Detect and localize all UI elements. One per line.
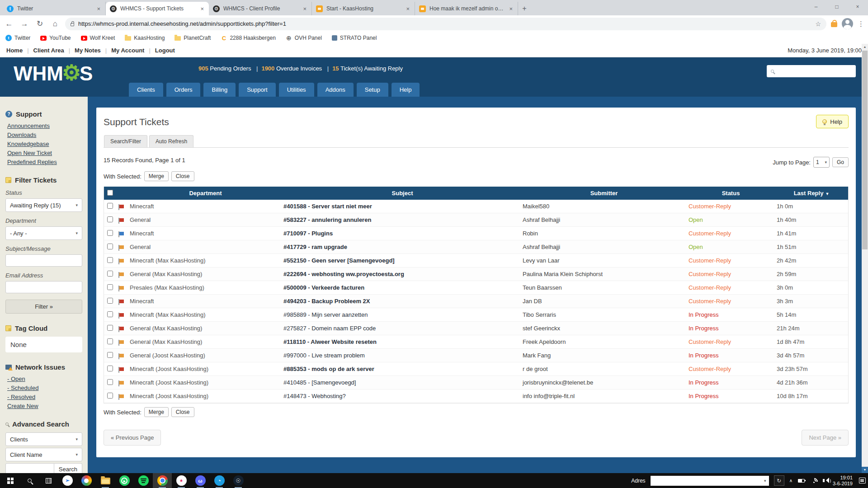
taskbar-app-button[interactable] xyxy=(210,473,229,488)
browser-tab[interactable]: Hoe maak ik mezelf admin op m × xyxy=(415,2,518,15)
main-menu-button[interactable]: Clients xyxy=(129,83,163,97)
department-select[interactable]: - Any -▾ xyxy=(5,226,82,240)
tray-expand-icon[interactable]: ∧ xyxy=(789,478,793,483)
header-search-input[interactable] xyxy=(777,68,852,75)
row-checkbox[interactable] xyxy=(107,325,113,331)
ticket-subject-link[interactable]: #710097 - Plugins xyxy=(283,230,333,237)
bookmark-item[interactable]: YouTube xyxy=(40,35,71,41)
minimize-button[interactable]: – xyxy=(806,0,826,14)
ticket-subject-link[interactable]: #583227 - annulering annuleren xyxy=(283,216,371,223)
taskbar-app-button[interactable] xyxy=(20,473,39,488)
bookmark-item[interactable]: Twitter xyxy=(5,35,30,41)
advanced-search-input[interactable] xyxy=(5,463,54,473)
scrollbar-thumb[interactable] xyxy=(862,51,868,249)
bookmark-star-icon[interactable]: ☆ xyxy=(815,20,821,28)
row-checkbox[interactable] xyxy=(107,298,113,304)
go-button[interactable]: Go xyxy=(832,157,849,167)
ticket-subject-link[interactable]: #118110 - Alweer Website reseten xyxy=(283,338,377,345)
taskbar-app-button[interactable] xyxy=(172,473,191,488)
admin-nav-link[interactable]: Logout xyxy=(144,47,175,54)
header-search-box[interactable] xyxy=(767,65,856,77)
ticket-subject-link[interactable]: #985889 - Mijn server aanzetten xyxy=(283,311,368,318)
row-checkbox[interactable] xyxy=(107,366,113,371)
row-checkbox[interactable] xyxy=(107,393,113,399)
close-ticket-button[interactable]: Close xyxy=(171,171,194,181)
sidebar-link[interactable]: Announcements xyxy=(7,122,82,129)
scroll-down-arrow[interactable]: ▼ xyxy=(862,467,868,473)
header-stat[interactable]: 15 Ticket(s) Awaiting Reply xyxy=(324,65,403,72)
profile-avatar[interactable] xyxy=(842,18,853,29)
volume-icon[interactable] xyxy=(823,479,825,482)
sidebar-link[interactable]: - Resolved xyxy=(7,394,82,400)
jump-to-page-select[interactable]: 1▾ xyxy=(813,157,830,168)
adres-refresh-icon[interactable]: ↻ xyxy=(774,475,784,486)
taskbar-app-button[interactable] xyxy=(191,473,210,488)
ticket-subject-link[interactable]: #148473 - Webhosting? xyxy=(283,393,346,399)
browser-tab[interactable]: Start - KaasHosting × xyxy=(312,2,415,15)
column-subject[interactable]: Subject xyxy=(283,190,521,197)
row-checkbox[interactable] xyxy=(107,271,113,277)
taskbar-app-button[interactable] xyxy=(1,473,20,488)
forward-icon[interactable]: → xyxy=(19,19,30,28)
reload-icon[interactable]: ↻ xyxy=(34,19,45,28)
taskbar-app-button[interactable] xyxy=(134,473,153,488)
row-checkbox[interactable] xyxy=(107,379,113,385)
wifi-icon[interactable] xyxy=(810,478,817,483)
browser-menu-icon[interactable]: ⋮ xyxy=(858,20,864,28)
admin-nav-link[interactable]: Client Area xyxy=(23,47,64,54)
column-last-reply[interactable]: Last Reply▼ xyxy=(775,190,848,197)
ticket-subject-link[interactable]: #494203 - Backup Probleem 2X xyxy=(283,298,370,305)
taskbar-app-button[interactable] xyxy=(96,473,115,488)
tab-close-icon[interactable]: × xyxy=(405,5,410,12)
select-all-checkbox[interactable] xyxy=(107,190,113,196)
main-menu-button[interactable]: Support xyxy=(239,83,276,97)
ticket-subject-link[interactable]: #997000 - Live stream problem xyxy=(283,352,365,359)
admin-nav-link[interactable]: My Account xyxy=(101,47,145,54)
filter-button[interactable]: Filter » xyxy=(5,300,82,314)
row-checkbox[interactable] xyxy=(107,352,113,358)
bookmark-item[interactable]: Wolf Kreet xyxy=(81,35,115,41)
bookmark-item[interactable]: PlanetCraft xyxy=(175,35,211,41)
browser-tab[interactable]: Twitter × xyxy=(3,2,106,15)
row-checkbox[interactable] xyxy=(107,203,113,209)
taskbar-app-button[interactable] xyxy=(39,473,58,488)
help-button[interactable]: Help xyxy=(816,115,849,128)
maximize-button[interactable]: □ xyxy=(826,0,847,14)
adres-input[interactable]: ▾ xyxy=(651,476,769,486)
sidebar-link[interactable]: Open New Ticket xyxy=(7,150,82,156)
tab-close-icon[interactable]: × xyxy=(508,5,514,12)
advanced-search-type-select[interactable]: Clients▾ xyxy=(5,432,82,446)
advanced-search-field-select[interactable]: Client Name▾ xyxy=(5,448,82,461)
row-checkbox[interactable] xyxy=(107,338,113,344)
home-icon[interactable]: ⌂ xyxy=(50,19,61,28)
advanced-search-button[interactable]: Search xyxy=(54,463,82,473)
sidebar-link[interactable]: Predefined Replies xyxy=(7,159,82,165)
ticket-subject-link[interactable]: #222694 - webhosting ww.proyectoesta.org xyxy=(283,271,404,277)
row-checkbox[interactable] xyxy=(107,230,113,236)
close-ticket-button[interactable]: Close xyxy=(171,407,194,417)
extension-lock-icon[interactable] xyxy=(831,22,837,27)
taskbar-app-button[interactable] xyxy=(229,473,248,488)
main-menu-button[interactable]: Help xyxy=(392,83,420,97)
browser-tab[interactable]: WHMCS - Support Tickets × xyxy=(106,2,209,15)
battery-icon[interactable] xyxy=(798,479,805,483)
page-scrollbar[interactable]: ▲ ▼ xyxy=(862,44,868,473)
ticket-subject-link[interactable]: #417729 - ram upgrade xyxy=(283,244,347,250)
main-menu-button[interactable]: Setup xyxy=(357,83,388,97)
main-menu-button[interactable]: Orders xyxy=(166,83,201,97)
browser-tab[interactable]: WHMCS - Client Profile × xyxy=(209,2,312,15)
status-select[interactable]: Awaiting Reply (15)▾ xyxy=(5,198,82,212)
row-checkbox[interactable] xyxy=(107,257,113,263)
column-department[interactable]: Department xyxy=(127,190,283,197)
column-status[interactable]: Status xyxy=(687,190,775,197)
ticket-subject-link[interactable]: #401588 - Server start niet meer xyxy=(283,203,372,210)
main-menu-button[interactable]: Billing xyxy=(203,83,236,97)
row-checkbox[interactable] xyxy=(107,216,113,222)
tab-close-icon[interactable]: × xyxy=(199,5,205,12)
ticket-subject-link[interactable]: #500009 - Verkeerde facturen xyxy=(283,284,364,291)
header-stat[interactable]: 1900 Overdue Invoices xyxy=(253,65,322,72)
scroll-up-arrow[interactable]: ▲ xyxy=(862,44,868,50)
next-page-button[interactable]: Next Page » xyxy=(802,430,849,446)
filter-tab[interactable]: Auto Refresh xyxy=(149,135,193,147)
action-center-icon[interactable] xyxy=(859,478,866,483)
